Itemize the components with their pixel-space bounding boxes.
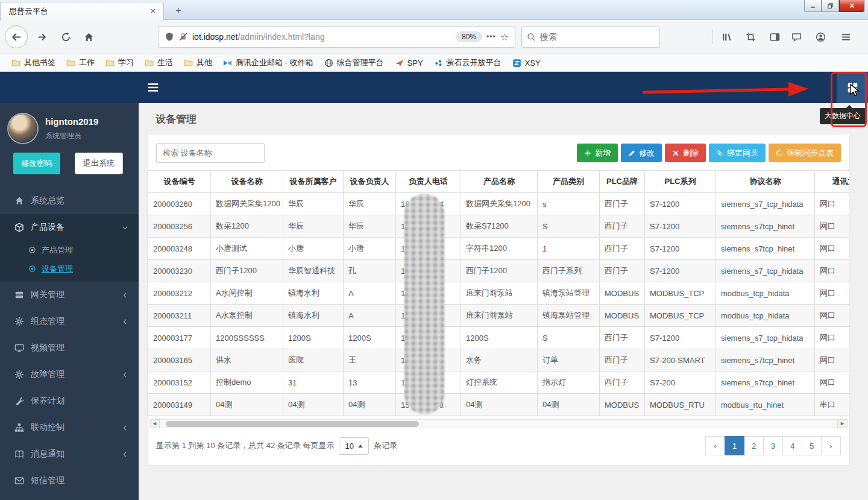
- pagination-summary-suffix: 条记录: [374, 440, 397, 451]
- pager-page-3[interactable]: 3: [763, 436, 783, 455]
- device-row[interactable]: 200003230西门子1200华辰智通科技孔15西门子1200西门子系列西门子…: [148, 260, 850, 282]
- library-button[interactable]: [716, 27, 737, 47]
- column-header: PLC品牌: [600, 171, 645, 193]
- back-button[interactable]: [5, 25, 28, 48]
- sidebar-item-product-management[interactable]: 产品管理: [0, 241, 139, 259]
- device-row[interactable]: 200003212A水闸控制镇海水利A13庶来门前泵站镇海泵站管理MODBUSM…: [148, 282, 850, 305]
- sidebar-item-sms-management[interactable]: 短信管理: [0, 467, 139, 494]
- crop-icon: [746, 32, 756, 42]
- device-row[interactable]: 20000314904测04测04测158804测04测MODBUSMODBUS…: [148, 394, 850, 416]
- column-header: 负责人电话: [396, 171, 461, 193]
- bookmark-item[interactable]: SPY: [389, 57, 429, 69]
- big-data-center-tooltip: 大数据中心: [820, 108, 866, 124]
- sidebar-item-label: 联动控制: [31, 422, 64, 433]
- sidebar-item-video-management[interactable]: 视频管理: [0, 335, 139, 361]
- bookmark-item[interactable]: 生活: [139, 55, 178, 70]
- pager-next-button[interactable]: ›: [821, 436, 841, 455]
- pager-page-5[interactable]: 5: [802, 436, 822, 455]
- main-content: 设备管理 新增修改删除绑定网关强制同步点表 设备编号设备名称设备所属客户设备负责…: [139, 103, 868, 500]
- device-row[interactable]: 2000031771200SSSSSS1200S1200S151200SS西门子…: [148, 327, 850, 349]
- bookmark-label: 萤石云开放平台: [447, 57, 502, 68]
- folder-icon: [184, 59, 193, 68]
- logout-button[interactable]: 退出系统: [75, 153, 123, 174]
- bookmark-item[interactable]: 学习: [100, 55, 139, 70]
- table-cell: 西门子: [600, 372, 645, 394]
- bookmark-item[interactable]: XSY: [507, 57, 546, 69]
- table-cell: 医院: [283, 349, 344, 372]
- sidebar-item-system-overview[interactable]: 系统总览: [0, 188, 139, 214]
- bookmark-item[interactable]: 腾讯企业邮箱 - 收件箱: [218, 55, 319, 70]
- bookmark-item[interactable]: 其他: [178, 55, 218, 70]
- change-password-button[interactable]: 修改密码: [13, 153, 60, 174]
- add-button[interactable]: 新增: [577, 144, 618, 162]
- device-search-input[interactable]: [156, 143, 265, 163]
- window-controls: [804, 0, 864, 12]
- browser-menu-button[interactable]: [835, 27, 856, 47]
- device-row[interactable]: 200003256数采1200华辰华辰184数采S71200S西门子S7-120…: [148, 215, 850, 238]
- folder-icon: [105, 59, 115, 68]
- forward-button[interactable]: [31, 27, 52, 47]
- bookmark-star-icon[interactable]: ☆: [500, 31, 509, 43]
- sidebar-item-maintenance-plan[interactable]: 保养计划: [0, 388, 139, 414]
- insecure-lock-icon[interactable]: [178, 32, 188, 42]
- table-cell: 网口: [815, 305, 850, 327]
- device-row[interactable]: 200003260数据网关采集1200华辰华辰1804数据网关采集1200s西门…: [148, 193, 850, 215]
- table-cell: modbus_tcp_hidata: [716, 305, 815, 327]
- pager-page-4[interactable]: 4: [782, 436, 802, 455]
- zoom-badge[interactable]: 80%: [456, 31, 482, 42]
- pager-prev-button[interactable]: ‹: [705, 436, 725, 455]
- scrollbar-thumb[interactable]: [166, 421, 419, 427]
- scroll-right-arrow[interactable]: ►: [837, 419, 848, 428]
- scrollbar-track[interactable]: [160, 419, 837, 428]
- bookmark-item[interactable]: 综合管理平台: [319, 55, 389, 70]
- page-actions-icon[interactable]: •••: [486, 33, 496, 41]
- sidebar-item-fault-management[interactable]: 故障管理: [0, 361, 139, 388]
- pager-page-1[interactable]: 1: [725, 436, 744, 455]
- browser-tab[interactable]: 思普云平台 ×: [0, 2, 164, 21]
- bind-gateway-button[interactable]: 绑定网关: [709, 144, 766, 162]
- delete-button[interactable]: 删除: [665, 144, 706, 162]
- sidebar-item-device-management[interactable]: 设备管理: [0, 259, 139, 278]
- tracking-shield-icon[interactable]: [165, 32, 174, 42]
- table-cell: 200003152: [148, 372, 211, 394]
- bookmark-item[interactable]: 萤石云开放平台: [429, 55, 507, 70]
- sidebar-item-label: 短信管理: [31, 475, 64, 486]
- device-row[interactable]: 200003152控制demo3113153灯控系统指示灯西门子S7-200si…: [148, 372, 850, 394]
- table-cell: modbus_tcp_hidata: [716, 282, 815, 305]
- big-data-center-button[interactable]: [837, 72, 868, 103]
- device-row[interactable]: 200003165供水医院王18水务订单西门子S7-200-SMARTsieme…: [148, 349, 850, 372]
- reload-button[interactable]: [55, 27, 76, 47]
- sidebar-item-gateway-management[interactable]: 网关管理: [0, 282, 139, 308]
- new-tab-button[interactable]: +: [170, 5, 187, 18]
- sidebar-toggle-button[interactable]: [764, 27, 785, 47]
- bookmark-item[interactable]: 工作: [61, 55, 100, 70]
- url-bar[interactable]: iot.idosp.net/admin/index.html?lang 80% …: [158, 27, 515, 48]
- column-header: 产品名称: [461, 171, 538, 193]
- chevron-left-icon: [121, 451, 129, 458]
- sidebar-item-message-notice[interactable]: 消息通知: [0, 441, 139, 467]
- browser-search-input[interactable]: [540, 32, 655, 42]
- sidebar-collapse-button[interactable]: [146, 81, 160, 94]
- pocket-button[interactable]: [786, 27, 807, 47]
- window-restore-button[interactable]: [822, 0, 839, 12]
- account-button[interactable]: [810, 27, 831, 47]
- scroll-left-arrow[interactable]: ◄: [149, 419, 160, 428]
- url-path: /admin/index.html?lang: [238, 32, 325, 42]
- force-sync-button[interactable]: 强制同步点表: [769, 144, 841, 162]
- edit-button[interactable]: 修改: [621, 144, 662, 162]
- device-row[interactable]: 200003211A水泵控制镇海水利A13庶来门前泵站镇海泵站管理MODBUSM…: [148, 305, 850, 327]
- sidebar-item-linkage-control[interactable]: 联动控制: [0, 414, 139, 441]
- tab-close-icon[interactable]: ×: [148, 6, 159, 17]
- sidebar-item-scada-management[interactable]: 组态管理: [0, 308, 139, 335]
- browser-search[interactable]: [521, 27, 660, 48]
- device-row[interactable]: 200003248小唐测试小唐小唐130字符串12001西门子S7-1200si…: [148, 238, 850, 260]
- screenshot-button[interactable]: [740, 27, 761, 47]
- window-close-button[interactable]: [839, 0, 864, 12]
- pager-page-2[interactable]: 2: [744, 436, 764, 455]
- bookmark-item[interactable]: 其他书签: [6, 55, 61, 70]
- page-size-select[interactable]: 10: [339, 437, 368, 455]
- sidebar-item-product-device[interactable]: 产品设备: [0, 214, 139, 241]
- window-minimize-button[interactable]: [804, 0, 822, 12]
- home-button[interactable]: [78, 27, 99, 47]
- back-icon: [11, 31, 22, 43]
